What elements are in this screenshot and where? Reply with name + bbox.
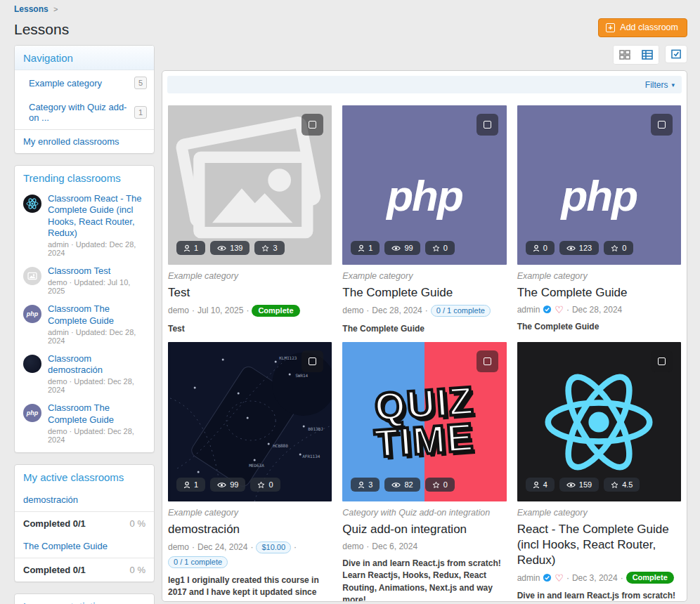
classroom-meta: demo · Dec 28, 2024 · 0 / 1 complete [342, 305, 506, 317]
trending-item[interactable]: Classroom demostración demo · Updated: D… [15, 350, 154, 400]
filters-toggle[interactable]: Filters ▾ [167, 76, 682, 93]
heart-icon[interactable]: ♡ [555, 573, 564, 583]
classroom-thumbnail[interactable]: 1 139 3 [168, 105, 332, 265]
classroom-card: 1 139 3 Example category [168, 105, 332, 335]
trending-item[interactable]: Classroom React - The Complete Guide (in… [15, 190, 154, 262]
trending-classroom-link[interactable]: Classroom React - The Complete Guide (in… [48, 193, 147, 239]
classroom-description: Dive in and learn React.js from scratch!… [517, 590, 681, 602]
enrolls-badge: 4 [526, 478, 555, 492]
updated-date: Jul 10, 2025 [197, 306, 243, 315]
add-classroom-button[interactable]: + Add classroom [598, 18, 687, 37]
classroom-category: Example category [342, 271, 506, 281]
trending-classroom-meta: admin · Updated: Dec 28, 2024 [48, 328, 147, 345]
view-toolbar [162, 45, 687, 65]
plus-square-icon: + [606, 23, 615, 32]
views-badge: 82 [384, 478, 420, 492]
classroom-title[interactable]: demostración [168, 522, 332, 537]
classroom-card: php 0 123 [517, 105, 681, 335]
progress-badge: 0 / 1 complete [431, 305, 491, 317]
trending-classroom-meta: admin · Updated: Dec 28, 2024 [48, 240, 147, 257]
star-icon [257, 481, 265, 489]
heart-icon[interactable]: ♡ [555, 305, 564, 315]
list-view-button[interactable] [636, 46, 659, 64]
breadcrumb-lessons-link[interactable]: Lessons [14, 4, 48, 14]
updated-date: Dec 6, 2024 [372, 541, 417, 551]
completed-percent: 0 % [130, 565, 145, 575]
category-link[interactable]: Example category [29, 78, 102, 88]
sidebar-item-quiz-category[interactable]: Category with Quiz add-on ... 1 [15, 96, 154, 129]
classroom-title[interactable]: React - The Complete Guide (incl Hooks, … [517, 522, 681, 567]
views-badge: 123 [559, 241, 599, 255]
classroom-title[interactable]: Test [168, 285, 332, 301]
views-badge: 139 [210, 241, 249, 255]
navigation-box: Navigation Example category 5 Category w… [14, 45, 155, 154]
classroom-category: Category with Quiz add-on integration [342, 508, 506, 518]
classroom-meta: demo · Dec 6, 2024 [342, 541, 506, 551]
page-layout: Navigation Example category 5 Category w… [0, 45, 700, 604]
eye-icon [566, 482, 576, 488]
person-icon [358, 481, 365, 489]
rating-badge: 4.5 [604, 478, 640, 492]
active-classroom-link[interactable]: demostración [15, 489, 154, 511]
php-avatar-icon: php [23, 305, 41, 323]
trending-item[interactable]: php Classroom The Complete Guide demo · … [15, 399, 154, 452]
classroom-thumbnail[interactable]: QUIZ TIME 3 82 [342, 342, 506, 501]
author-name: admin [517, 573, 540, 583]
list-view-icon [642, 50, 653, 60]
classroom-thumbnail[interactable]: php 0 123 [517, 105, 681, 265]
trending-classroom-link[interactable]: Classroom The Complete Guide [48, 303, 147, 327]
select-card-checkbox[interactable] [302, 114, 323, 136]
trending-item[interactable]: php Classroom The Complete Guide admin ·… [15, 300, 154, 350]
select-card-checkbox[interactable] [302, 350, 323, 372]
trending-classroom-link[interactable]: Classroom The Complete Guide [48, 402, 147, 426]
active-classroom-link[interactable]: The Complete Guide [15, 535, 154, 558]
select-card-checkbox[interactable] [477, 114, 498, 136]
select-card-checkbox[interactable] [651, 350, 673, 372]
trending-classroom-meta: demo · Updated: Dec 28, 2024 [48, 377, 147, 394]
svg-text:MED63A: MED63A [249, 463, 264, 468]
classroom-description: Test [168, 323, 332, 335]
grid-view-button[interactable] [614, 46, 636, 64]
php-logo: php [387, 150, 462, 221]
eye-icon [391, 245, 401, 251]
trending-classroom-link[interactable]: Classroom demostración [48, 353, 147, 376]
select-card-checkbox[interactable] [651, 114, 673, 136]
classroom-thumbnail[interactable]: php 1 99 [342, 105, 506, 265]
views-badge: 159 [559, 478, 599, 492]
author-name: demo [342, 306, 363, 315]
classroom-thumbnail[interactable]: KLM1123 SWR14 HCB880 MED63A AFR1134 B013… [168, 342, 332, 501]
updated-date: Dec 28, 2024 [572, 305, 622, 315]
classroom-title[interactable]: The Complete Guide [342, 285, 506, 301]
enrolls-badge: 3 [351, 478, 380, 492]
trending-title: Trending classrooms [15, 166, 154, 190]
classroom-title[interactable]: Quiz add-on integration [342, 522, 506, 537]
filters-label: Filters [645, 80, 668, 90]
sidebar-item-example-category[interactable]: Example category 5 [15, 70, 154, 96]
rating-badge: 0 [425, 478, 455, 492]
chevron-down-icon: ▾ [671, 81, 675, 88]
select-mode-button[interactable] [665, 45, 687, 63]
select-card-checkbox[interactable] [477, 350, 498, 372]
classroom-card: php 1 99 [342, 105, 506, 335]
updated-date: Dec 28, 2024 [372, 306, 422, 315]
classroom-cards-grid: 1 139 3 Example category [167, 93, 682, 602]
sidebar-item-my-enrolled-classrooms[interactable]: My enrolled classrooms [15, 129, 154, 153]
enrolls-badge: 1 [351, 241, 380, 255]
star-icon [611, 481, 618, 489]
lessons-statistics-box: Lessons statistics Classrooms: 7 Classro… [14, 593, 155, 604]
category-link[interactable]: Category with Quiz add-on ... [29, 102, 134, 123]
classroom-title[interactable]: The Complete Guide [517, 285, 681, 301]
author-name: admin [517, 305, 540, 315]
classroom-card: KLM1123 SWR14 HCB880 MED63A AFR1134 B013… [168, 342, 332, 602]
eye-icon [217, 482, 226, 488]
author-name: demo [168, 306, 189, 315]
radar-avatar-icon [23, 355, 41, 373]
classroom-thumbnail[interactable]: 4 159 4.5 [517, 342, 681, 501]
trending-item[interactable]: Classroom Test demo · Updated: Jul 10, 2… [15, 262, 154, 300]
trending-classroom-link[interactable]: Classroom Test [48, 265, 147, 277]
enrolls-badge: 1 [176, 478, 205, 492]
eye-icon [217, 245, 226, 251]
classroom-meta: admin ♡ · Dec 3, 2024 · Complete [517, 572, 681, 584]
main-content: Filters ▾ [162, 45, 687, 602]
svg-text:SWR14: SWR14 [295, 373, 308, 378]
